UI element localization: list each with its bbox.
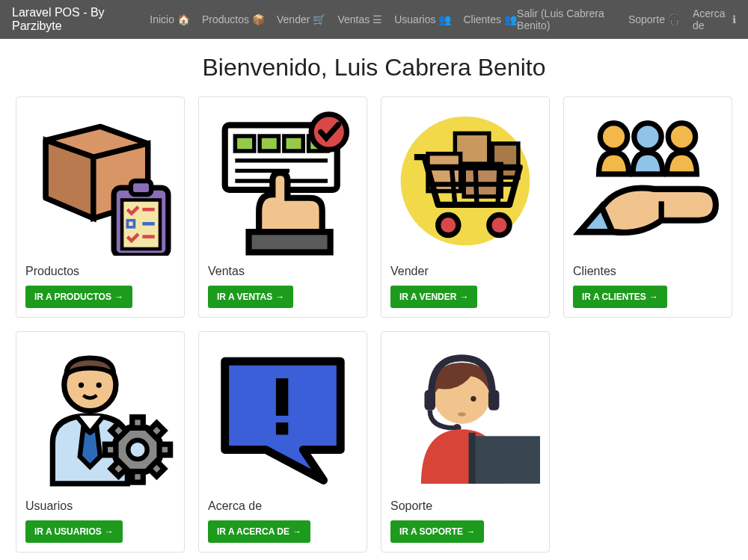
card-title: Usuarios (25, 499, 175, 513)
svg-point-33 (79, 382, 84, 387)
card-vender: Vender IR A VENDER → (381, 96, 550, 318)
svg-point-48 (470, 396, 476, 401)
soporte-button[interactable]: IR A SOPORTE → (390, 520, 484, 543)
cart-icon: 🛒 (313, 13, 325, 25)
card-title: Ventas (208, 265, 358, 278)
svg-rect-9 (260, 136, 278, 151)
svg-point-30 (668, 123, 695, 150)
arrow-right-icon: → (466, 526, 475, 537)
card-acerca: Acerca de IR A ACERCA DE → (198, 331, 367, 553)
svg-rect-53 (472, 436, 540, 484)
svg-point-36 (128, 440, 147, 459)
svg-rect-44 (111, 423, 126, 439)
nav-inicio[interactable]: Inicio 🏠 (150, 13, 190, 25)
svg-rect-38 (132, 472, 144, 483)
soporte-illustration (390, 341, 540, 490)
productos-button[interactable]: IR A PRODUCTOS → (25, 286, 132, 308)
svg-rect-46 (276, 422, 288, 434)
ventas-button[interactable]: IR A VENTAS → (208, 286, 293, 308)
headset-icon: 🎧 (668, 13, 681, 25)
nav-vender[interactable]: Vender 🛒 (277, 13, 325, 25)
ventas-illustration (208, 106, 358, 256)
arrow-right-icon: → (275, 292, 284, 302)
arrow-right-icon: → (114, 292, 123, 302)
arrow-right-icon: → (649, 292, 658, 302)
card-title: Vender (390, 265, 540, 278)
productos-illustration (25, 106, 175, 256)
nav-productos[interactable]: Productos 📦 (202, 13, 265, 25)
svg-rect-51 (488, 390, 500, 410)
vender-button[interactable]: IR A VENDER → (390, 286, 477, 308)
list-icon: ☰ (373, 13, 382, 25)
nav-clientes[interactable]: Clientes 👥 (463, 13, 517, 25)
card-soporte: Soporte IR A SOPORTE → (381, 331, 550, 553)
svg-rect-16 (249, 232, 331, 252)
card-title: Soporte (390, 499, 540, 513)
users-icon: 👥 (504, 13, 517, 25)
svg-rect-50 (424, 390, 435, 410)
navbar: Laravel POS - By Parzibyte Inicio 🏠 Prod… (0, 0, 748, 39)
svg-rect-2 (131, 181, 151, 194)
card-clientes: Clientes IR A CLIENTES → (563, 96, 732, 318)
users-icon: 👥 (438, 13, 451, 25)
nav-left: Inicio 🏠 Productos 📦 Vender 🛒 Ventas ☰ U… (150, 13, 517, 25)
card-title: Acerca de (208, 499, 358, 513)
svg-point-34 (96, 382, 102, 387)
brand[interactable]: Laravel POS - By Parzibyte (12, 6, 138, 33)
card-title: Clientes (573, 265, 723, 278)
home-icon: 🏠 (177, 13, 190, 25)
nav-salir[interactable]: Salir (Luis Cabrera Benito) (517, 7, 616, 31)
page-title: Bienvenido, Luis Cabrera Benito (0, 54, 748, 81)
svg-point-28 (600, 123, 627, 150)
nav-acerca[interactable]: Acerca de ℹ (693, 7, 736, 31)
arrow-right-icon: → (459, 292, 468, 302)
svg-point-26 (438, 215, 459, 235)
svg-rect-41 (149, 423, 165, 439)
arrow-right-icon: → (292, 526, 301, 537)
svg-point-29 (634, 123, 661, 150)
card-productos: Productos IR A PRODUCTOS → (16, 96, 185, 318)
svg-rect-10 (284, 136, 303, 151)
svg-rect-43 (149, 461, 165, 477)
svg-rect-40 (159, 444, 171, 455)
svg-rect-39 (105, 444, 116, 455)
nav-soporte[interactable]: Soporte 🎧 (628, 7, 681, 31)
clientes-illustration (573, 106, 723, 256)
svg-point-27 (489, 215, 509, 235)
usuarios-illustration (25, 341, 175, 490)
clientes-button[interactable]: IR A CLIENTES → (573, 286, 667, 308)
nav-usuarios[interactable]: Usuarios 👥 (394, 13, 451, 25)
svg-rect-45 (276, 378, 288, 416)
card-title: Productos (25, 265, 175, 278)
usuarios-button[interactable]: IR A USUARIOS → (25, 520, 123, 543)
svg-rect-54 (469, 433, 476, 484)
card-grid: Productos IR A PRODUCTOS → (16, 96, 732, 553)
info-icon: ℹ (732, 13, 736, 25)
acerca-illustration (208, 341, 358, 490)
card-usuarios: Usuarios IR A USUARIOS → (16, 331, 185, 553)
card-ventas: Ventas IR A VENTAS → (198, 96, 367, 318)
svg-rect-8 (235, 136, 254, 151)
vender-illustration (390, 106, 540, 256)
arrow-right-icon: → (105, 526, 114, 537)
box-icon: 📦 (252, 13, 265, 25)
svg-point-49 (458, 412, 466, 416)
svg-rect-42 (111, 461, 126, 477)
svg-rect-37 (132, 417, 144, 428)
acerca-button[interactable]: IR A ACERCA DE → (208, 520, 310, 543)
nav-right: Salir (Luis Cabrera Benito) Soporte 🎧 Ac… (517, 7, 736, 31)
nav-ventas[interactable]: Ventas ☰ (337, 13, 382, 25)
